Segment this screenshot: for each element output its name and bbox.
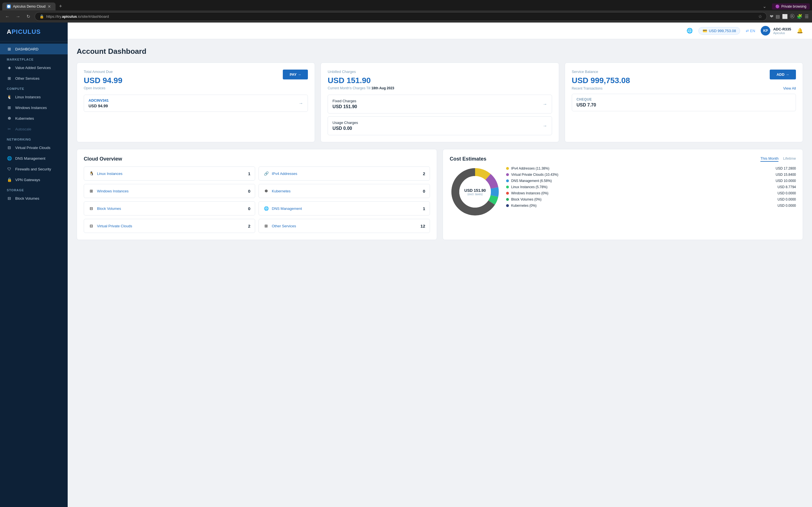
fixed-charges-amount: USD 151.90	[333, 104, 357, 109]
sidebar: APICULUS ⊞ DASHBOARD MARKETPLACE ◈ Value…	[0, 22, 68, 507]
total-due-label: Total Amount Due	[84, 69, 122, 74]
sidebar-item-virtual-private-clouds[interactable]: ⊟ Virtual Private Clouds	[0, 142, 68, 153]
sidebar-item-kubernetes[interactable]: ☸ Kubernetes	[0, 113, 68, 124]
legend-windows-dot	[506, 192, 509, 194]
sidebar-linux-label: Linux Instances	[15, 95, 41, 99]
pay-button[interactable]: PAY →	[283, 69, 308, 79]
overview-block-icon: ⊟	[89, 206, 94, 211]
recent-transactions-label: Recent Transactions	[572, 87, 603, 91]
overview-vpc-icon: ⊟	[89, 223, 94, 229]
sidebar-autoscale-label: Autoscale	[15, 127, 31, 131]
summary-cards-row: Total Amount Due USD 94.99 PAY → Open In…	[77, 62, 803, 142]
tab-this-month[interactable]: This Month	[760, 156, 778, 162]
overview-other-count: 12	[420, 224, 425, 228]
sidebar-item-linux-instances[interactable]: 🐧 Linux Instances	[0, 92, 68, 102]
header-balance-button[interactable]: 💳 USD 999,753.08	[698, 27, 740, 35]
unbilled-charges-card: Unbilled Charges USD 151.90 Current Mont…	[320, 62, 559, 142]
donut-chart: USD 151.90 (excl. taxes)	[450, 166, 500, 217]
bookmark-star-icon[interactable]: ☆	[758, 14, 762, 19]
sidebar-vpn-label: VPN Gateways	[15, 178, 40, 182]
invoice-details: ADCINV341 USD 94.99	[89, 98, 109, 108]
language-selector[interactable]: ⇄ EN	[746, 29, 755, 33]
sidebar-item-value-added-services[interactable]: ◈ Value Added Services	[0, 62, 68, 73]
overview-vpc-count: 2	[248, 224, 250, 228]
invoice-item[interactable]: ADCINV341 USD 94.99 →	[84, 95, 308, 112]
profile-icon[interactable]: Ⓚ	[790, 13, 795, 19]
menu-icon[interactable]: ☰	[805, 14, 809, 19]
user-info: ADC-R335 Apiculus	[773, 27, 791, 35]
legend-dns-dot	[506, 179, 509, 182]
legend-dns-left: DNS Management (6.58%)	[506, 179, 552, 183]
globe-icon[interactable]: 🌐	[687, 27, 693, 34]
tab-list-button[interactable]: ⌄	[760, 3, 769, 10]
legend-item-dns: DNS Management (6.58%) USD 10.0000	[506, 179, 796, 183]
legend-windows-value: USD 0.0000	[777, 191, 796, 195]
overview-windows-icon: ⊞	[89, 188, 94, 194]
forward-button[interactable]: →	[14, 13, 22, 20]
tab-lifetime[interactable]: Lifetime	[783, 156, 796, 162]
pocket-icon[interactable]: ❤	[770, 14, 773, 19]
translate-icon: ⇄	[746, 29, 749, 33]
url-prefix: https://try.	[46, 14, 62, 18]
pip-icon[interactable]: ⬜	[782, 14, 788, 19]
extensions-icon[interactable]: 🧩	[797, 14, 802, 19]
sidebar-item-dashboard[interactable]: ⊞ DASHBOARD	[0, 44, 68, 54]
sidebar-item-firewalls-security[interactable]: 🛡 Firewalls and Security	[0, 164, 68, 174]
sidebar-item-block-volumes[interactable]: ⊟ Block Volumes	[0, 193, 68, 204]
active-tab[interactable]: Apiculus Demo Cloud ✕	[2, 3, 56, 10]
language-label: EN	[750, 29, 755, 33]
service-balance-header: Service Balance USD 999,753.08 ADD →	[572, 69, 796, 86]
compute-section-label: COMPUTE	[0, 83, 68, 92]
refresh-button[interactable]: ↻	[25, 13, 32, 20]
fixed-charges-arrow-icon: →	[543, 102, 547, 107]
firewall-icon: 🛡	[7, 166, 12, 172]
cost-legend: IPv4 Addresses (11.38%) USD 17.2800 Virt…	[506, 166, 796, 208]
add-balance-button[interactable]: ADD →	[770, 69, 796, 79]
sidebar-item-vpn-gateways[interactable]: 🔒 VPN Gateways	[0, 174, 68, 185]
overview-linux-icon: 🐧	[89, 171, 94, 176]
security-icon: 🔒	[40, 14, 44, 18]
service-balance-card: Service Balance USD 999,753.08 ADD → Rec…	[565, 62, 803, 142]
tab-bar: Apiculus Demo Cloud ✕ + ⌄ 🟣 Private brow…	[0, 0, 812, 10]
overview-linux-count: 1	[248, 171, 250, 176]
autoscale-icon: ✂	[7, 126, 12, 131]
invoice-amount: USD 94.99	[89, 104, 109, 108]
view-all-link[interactable]: View All	[783, 86, 796, 91]
sidebar-item-other-services[interactable]: ⊞ Other Services	[0, 73, 68, 83]
sidebar-item-dns-management[interactable]: 🌐 DNS Management	[0, 153, 68, 164]
fixed-charges-item[interactable]: Fixed Charges USD 151.90 →	[327, 95, 552, 114]
legend-block-label: Block Volumes (0%)	[511, 198, 541, 202]
unbilled-prefix: Current Month's Charges Till	[327, 86, 370, 90]
service-balance-label: Service Balance	[572, 69, 630, 74]
sidebar-item-windows-instances[interactable]: ⊞ Windows Instances	[0, 102, 68, 113]
logo-text: APICULUS	[7, 28, 61, 36]
overview-item-kubernetes[interactable]: ☸ Kubernetes 0	[259, 184, 430, 198]
overview-k8s-left: ☸ Kubernetes	[263, 188, 291, 194]
new-tab-button[interactable]: +	[57, 2, 64, 10]
overview-item-ipv4-addresses[interactable]: 🔗 IPv4 Addresses 2	[259, 166, 430, 180]
usage-charges-item[interactable]: Usage Charges USD 0.00 →	[327, 116, 552, 135]
donut-center-label: USD 151.90 (excl. taxes)	[464, 188, 486, 196]
cost-body: USD 151.90 (excl. taxes) IPv4 Addresses …	[450, 166, 796, 217]
legend-item-kubernetes: Kubernetes (0%) USD 0.0000	[506, 204, 796, 208]
unbilled-period-label: Current Month's Charges Till 18th Aug 20…	[327, 86, 552, 90]
overview-item-dns-management[interactable]: 🌐 DNS Management 1	[259, 202, 430, 216]
overview-ipv4-left: 🔗 IPv4 Addresses	[263, 171, 297, 176]
legend-block-value: USD 0.0000	[777, 198, 796, 202]
overview-item-virtual-private-clouds[interactable]: ⊟ Virtual Private Clouds 2	[84, 219, 255, 233]
linux-icon: 🐧	[7, 94, 12, 100]
overview-item-linux-instances[interactable]: 🐧 Linux Instances 1	[84, 166, 255, 180]
reader-icon[interactable]: ▤	[776, 14, 780, 19]
cost-estimates-header: Cost Estimates This Month Lifetime	[450, 156, 796, 162]
notification-bell-icon[interactable]: 🔔	[797, 27, 803, 34]
browser-chrome: Apiculus Demo Cloud ✕ + ⌄ 🟣 Private brow…	[0, 0, 812, 22]
back-button[interactable]: ←	[3, 13, 11, 20]
overview-item-other-services[interactable]: ⊞ Other Services 12	[259, 219, 430, 233]
address-bar[interactable]: 🔒 https://try.apiculus.io/site/#/dashboa…	[35, 12, 767, 21]
overview-item-windows-instances[interactable]: ⊞ Windows Instances 0	[84, 184, 255, 198]
legend-vpc-value: USD 15.8400	[776, 173, 796, 177]
tab-close-button[interactable]: ✕	[48, 4, 51, 9]
overview-vpc-label: Virtual Private Clouds	[97, 224, 132, 228]
overview-item-block-volumes[interactable]: ⊟ Block Volumes 0	[84, 202, 255, 216]
user-menu[interactable]: KP ADC-R335 Apiculus	[761, 26, 791, 36]
